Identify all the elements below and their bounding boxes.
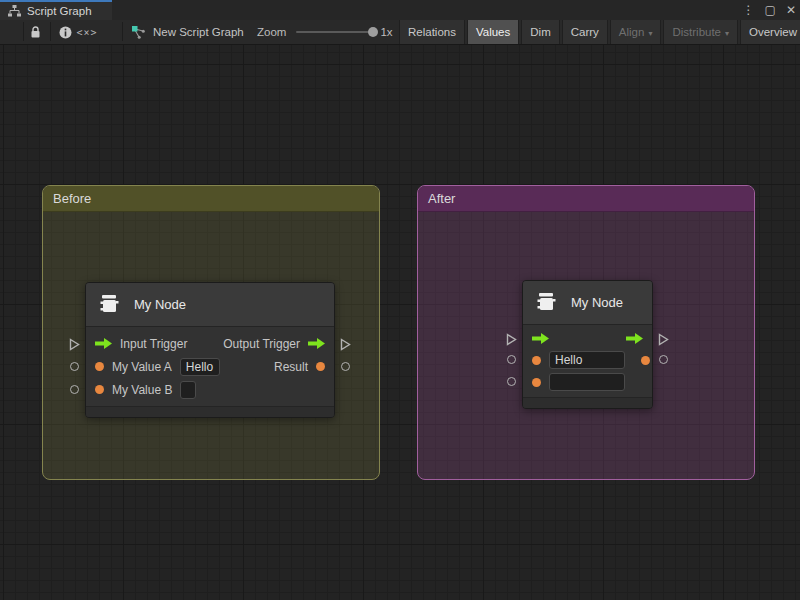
- chevron-down-icon: ▾: [725, 29, 729, 38]
- node-rows: [523, 325, 652, 397]
- group-title: After: [428, 191, 455, 206]
- zoom-label: Zoom: [257, 26, 286, 38]
- toolbar: <×> New Script Graph Zoom 1x Relations V…: [0, 20, 800, 45]
- group-before-header[interactable]: Before: [43, 186, 379, 212]
- port-label: Output Trigger: [223, 337, 300, 351]
- zoom-slider[interactable]: [296, 31, 374, 33]
- port-row-value-a: My Value A Result: [86, 355, 334, 378]
- port-row-trigger: Input Trigger Output Trigger: [86, 332, 334, 355]
- ext-flow-input-port-icon[interactable]: [69, 337, 80, 355]
- port-row-value-a: [523, 349, 652, 371]
- ext-value-input-port-icon[interactable]: [70, 362, 79, 371]
- node-header[interactable]: My Node: [86, 283, 334, 327]
- port-label: My Value B: [112, 383, 172, 397]
- value-input-port-icon[interactable]: [95, 385, 104, 394]
- node-header[interactable]: My Node: [523, 281, 652, 325]
- graph-hierarchy-icon: [8, 5, 21, 17]
- node-title: My Node: [571, 295, 623, 310]
- value-b-field[interactable]: [549, 373, 625, 391]
- node-footer: [86, 406, 334, 417]
- relations-button[interactable]: Relations: [399, 20, 465, 44]
- port-row-value-b: My Value B: [86, 378, 334, 401]
- script-graph-window: Script Graph ⋮ ▢ ✕ <×>: [0, 0, 800, 600]
- separator: [122, 22, 123, 41]
- separator: [23, 22, 24, 41]
- zoom-slider-knob[interactable]: [368, 27, 378, 37]
- ext-value-input-port-icon[interactable]: [507, 377, 516, 386]
- flow-input-port-icon[interactable]: [95, 338, 112, 349]
- ext-flow-output-port-icon[interactable]: [340, 337, 351, 355]
- align-button[interactable]: Align ▾: [610, 20, 662, 44]
- separator: [50, 22, 51, 41]
- value-output-port-icon[interactable]: [316, 362, 325, 371]
- port-label: Result: [274, 360, 308, 374]
- code-view-button[interactable]: <×>: [74, 20, 100, 44]
- tab-script-graph[interactable]: Script Graph: [0, 0, 112, 20]
- ext-value-input-port-icon[interactable]: [70, 385, 79, 394]
- zoom-control: Zoom 1x: [257, 20, 393, 44]
- tab-label: Script Graph: [27, 5, 92, 17]
- ext-value-input-port-icon[interactable]: [507, 355, 516, 364]
- graph-canvas[interactable]: Before After: [0, 45, 800, 600]
- flow-input-port-icon[interactable]: [532, 333, 549, 344]
- value-input-port-icon[interactable]: [95, 362, 104, 371]
- value-input-port-icon[interactable]: [532, 378, 541, 387]
- carry-button[interactable]: Carry: [562, 20, 608, 44]
- ext-flow-output-port-icon[interactable]: [658, 332, 669, 350]
- info-icon: [59, 26, 72, 39]
- tab-bar: Script Graph ⋮ ▢ ✕: [0, 0, 800, 20]
- lock-icon: [30, 26, 41, 39]
- info-button[interactable]: [56, 20, 74, 44]
- overview-button[interactable]: Overview: [740, 20, 800, 44]
- node-my-node-before[interactable]: My Node Input Trigger Output Trigger: [85, 282, 335, 418]
- new-script-graph-icon: [131, 25, 146, 40]
- close-icon[interactable]: ✕: [786, 3, 796, 17]
- group-after-header[interactable]: After: [418, 186, 754, 212]
- node-footer: [523, 397, 652, 408]
- value-input-port-icon[interactable]: [532, 356, 541, 365]
- my-node-icon: [535, 290, 561, 316]
- flow-output-port-icon[interactable]: [308, 338, 325, 349]
- ext-value-output-port-icon[interactable]: [341, 362, 350, 371]
- node-title: My Node: [134, 297, 186, 312]
- zoom-value: 1x: [380, 26, 392, 38]
- code-icon: <×>: [76, 27, 97, 38]
- node-rows: Input Trigger Output Trigger My Value A …: [86, 327, 334, 406]
- values-button[interactable]: Values: [467, 20, 519, 44]
- value-a-field[interactable]: [549, 351, 625, 369]
- dim-button[interactable]: Dim: [521, 20, 559, 44]
- chevron-down-icon: ▾: [648, 29, 652, 38]
- menu-icon[interactable]: ⋮: [743, 3, 755, 17]
- graph-name[interactable]: New Script Graph: [131, 20, 244, 44]
- maximize-icon[interactable]: ▢: [765, 3, 776, 17]
- port-row-trigger: [523, 327, 652, 349]
- value-output-port-icon[interactable]: [641, 356, 650, 365]
- group-title: Before: [53, 191, 91, 206]
- ext-value-output-port-icon[interactable]: [659, 355, 668, 364]
- node-my-node-after[interactable]: My Node: [522, 280, 653, 409]
- value-b-field[interactable]: [180, 381, 196, 399]
- window-controls: ⋮ ▢ ✕: [743, 0, 796, 20]
- value-a-field[interactable]: [180, 358, 220, 376]
- port-label: My Value A: [112, 360, 172, 374]
- ext-flow-input-port-icon[interactable]: [506, 332, 517, 350]
- toolbar-buttons: Relations Values Dim Carry Align ▾ Distr…: [399, 20, 800, 44]
- port-label: Input Trigger: [120, 337, 187, 351]
- distribute-button[interactable]: Distribute ▾: [663, 20, 738, 44]
- my-node-icon: [98, 292, 124, 318]
- lock-button[interactable]: [26, 20, 44, 44]
- flow-output-port-icon[interactable]: [626, 333, 643, 344]
- port-row-value-b: [523, 371, 652, 393]
- graph-name-label: New Script Graph: [153, 26, 244, 38]
